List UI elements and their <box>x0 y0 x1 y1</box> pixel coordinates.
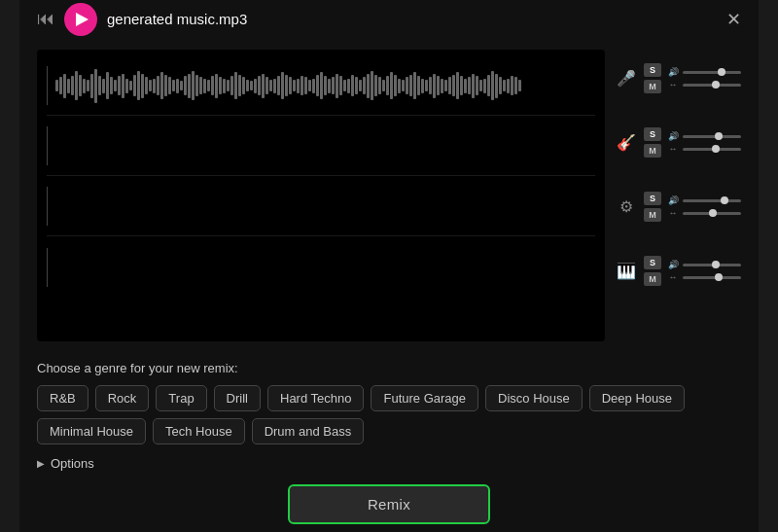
volume-icon-2: 🔊 <box>667 131 679 141</box>
track-icon-2: 🎸 <box>615 131 638 155</box>
volume-slider-row-1: 🔊 <box>667 67 741 77</box>
genre-tag[interactable]: Drum and Bass <box>252 418 365 444</box>
genre-tag[interactable]: Trap <box>156 385 206 411</box>
volume-slider-row-4: 🔊 <box>667 260 741 269</box>
pan-slider-row-3: ↔ <box>667 208 741 218</box>
track-buttons-4: S M <box>644 256 661 286</box>
genre-tag[interactable]: Disco House <box>485 385 583 411</box>
volume-icon-1: 🔊 <box>667 67 679 77</box>
bottom-area: Choose a genre for your new remix: R&BRo… <box>19 351 759 533</box>
pan-slider-row-1: ↔ <box>667 80 741 89</box>
track-line-3 <box>47 187 48 226</box>
track-buttons-3: S M <box>644 192 661 222</box>
waveform-track-1 <box>47 57 595 116</box>
chevron-right-icon: ▶ <box>37 458 45 469</box>
track-line-2 <box>47 126 48 165</box>
track-control-1: 🎤 S M 🔊 ↔ <box>615 50 741 108</box>
waveform-track-3 <box>47 178 595 236</box>
track-line-4 <box>47 248 48 287</box>
genre-tag[interactable]: Deep House <box>589 385 685 411</box>
volume-slider-row-3: 🔊 <box>667 195 741 205</box>
modal-container: ⏮ generated music.mp3 ✕ <box>19 0 759 532</box>
volume-slider-row-2: 🔊 <box>667 131 741 141</box>
pan-slider-4[interactable] <box>683 276 741 279</box>
solo-button-1[interactable]: S <box>644 63 661 77</box>
volume-slider-3[interactable] <box>683 199 741 202</box>
genre-label: Choose a genre for your new remix: <box>37 361 741 375</box>
track-sliders-4: 🔊 ↔ <box>667 260 741 282</box>
pan-icon-1: ↔ <box>667 80 679 89</box>
waveform-bars-1 <box>55 66 595 105</box>
mute-button-3[interactable]: M <box>644 208 661 222</box>
options-label: Options <box>51 456 94 471</box>
genre-tag[interactable]: Rock <box>95 385 150 411</box>
genre-tag[interactable]: Drill <box>214 385 261 411</box>
mute-button-1[interactable]: M <box>644 80 661 93</box>
play-icon <box>76 13 88 26</box>
pan-slider-row-4: ↔ <box>667 272 741 282</box>
options-row[interactable]: ▶ Options <box>37 454 741 473</box>
pan-slider-1[interactable] <box>683 84 741 87</box>
genre-tags: R&BRockTrapDrillHard TechnoFuture Garage… <box>37 385 741 444</box>
volume-icon-3: 🔊 <box>667 195 679 205</box>
main-content: 🎤 S M 🔊 ↔ 🎸 <box>19 50 759 351</box>
volume-slider-4[interactable] <box>683 264 741 266</box>
volume-slider-1[interactable] <box>683 71 741 74</box>
solo-button-3[interactable]: S <box>644 192 661 205</box>
waveform-bars-2 <box>55 126 595 165</box>
pan-slider-3[interactable] <box>683 212 741 215</box>
volume-slider-2[interactable] <box>683 135 741 138</box>
solo-button-2[interactable]: S <box>644 127 661 141</box>
close-button[interactable]: ✕ <box>726 11 741 28</box>
waveform-bars-3 <box>55 187 595 226</box>
file-name: generated music.mp3 <box>107 11 247 27</box>
track-line <box>47 66 48 105</box>
genre-tag[interactable]: Tech House <box>153 418 245 444</box>
track-icon-3: ⚙ <box>615 195 638 219</box>
track-sliders-3: 🔊 ↔ <box>667 195 741 218</box>
track-buttons-1: S M <box>644 63 661 93</box>
solo-button-4[interactable]: S <box>644 256 661 269</box>
genre-tag[interactable]: R&B <box>37 385 88 411</box>
waveform-bars-4 <box>55 248 595 287</box>
track-control-2: 🎸 S M 🔊 ↔ <box>615 114 741 172</box>
genre-tag[interactable]: Hard Techno <box>267 385 364 411</box>
track-sliders-1: 🔊 ↔ <box>667 67 741 89</box>
track-control-4: 🎹 S M 🔊 ↔ <box>615 242 741 301</box>
pan-icon-4: ↔ <box>667 272 679 282</box>
genre-tag[interactable]: Minimal House <box>37 418 146 444</box>
volume-icon-4: 🔊 <box>667 260 679 269</box>
controls-panel: 🎤 S M 🔊 ↔ 🎸 <box>615 50 741 341</box>
track-sliders-2: 🔊 ↔ <box>667 131 741 154</box>
mute-button-2[interactable]: M <box>644 144 661 158</box>
track-buttons-2: S M <box>644 127 661 158</box>
modal-header: ⏮ generated music.mp3 ✕ <box>19 0 759 50</box>
waveform-track-2 <box>47 118 595 176</box>
play-button[interactable] <box>64 3 97 36</box>
remix-button[interactable]: Remix <box>288 484 490 524</box>
skip-back-icon[interactable]: ⏮ <box>37 9 54 29</box>
pan-slider-row-2: ↔ <box>667 144 741 154</box>
track-icon-1: 🎤 <box>615 67 638 90</box>
track-icon-4: 🎹 <box>615 260 638 283</box>
pan-icon-3: ↔ <box>667 208 679 218</box>
remix-footer: Remix <box>37 484 741 530</box>
waveform-track-4 <box>47 238 595 297</box>
mute-button-4[interactable]: M <box>644 272 661 286</box>
genre-tag[interactable]: Future Garage <box>371 385 478 411</box>
waveform-area <box>37 50 605 341</box>
pan-icon-2: ↔ <box>667 144 679 154</box>
track-control-3: ⚙ S M 🔊 ↔ <box>615 178 741 236</box>
pan-slider-2[interactable] <box>683 148 741 151</box>
